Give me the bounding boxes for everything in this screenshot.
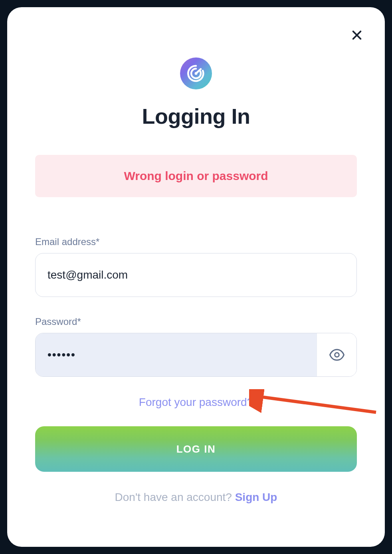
error-message: Wrong login or password	[43, 169, 349, 183]
password-input-wrap: ••••••	[35, 333, 357, 377]
svg-point-2	[335, 353, 339, 357]
password-masked-value: ••••••	[48, 348, 76, 361]
password-group: Password* ••••••	[35, 316, 357, 377]
signup-link[interactable]: Sign Up	[235, 491, 277, 503]
close-icon	[350, 29, 363, 42]
error-banner: Wrong login or password	[35, 155, 357, 197]
close-button[interactable]	[348, 26, 366, 44]
email-input-wrap	[35, 253, 357, 297]
email-input[interactable]	[36, 253, 356, 297]
signup-row: Don't have an account? Sign Up	[35, 491, 357, 504]
toggle-password-visibility-button[interactable]	[317, 333, 356, 376]
email-group: Email address*	[35, 236, 357, 297]
password-label: Password*	[35, 316, 357, 327]
signup-prefix: Don't have an account?	[115, 491, 235, 503]
login-button[interactable]: LOG IN	[35, 426, 357, 472]
eye-icon	[329, 347, 345, 363]
gauge-icon	[185, 63, 207, 84]
password-input[interactable]: ••••••	[36, 333, 317, 376]
page-title: Logging In	[142, 104, 250, 129]
login-modal: Logging In Wrong login or password Email…	[7, 7, 385, 547]
brand-logo	[180, 57, 212, 89]
email-label: Email address*	[35, 236, 357, 247]
forgot-password-link[interactable]: Forgot your password?	[35, 396, 357, 409]
login-form: Email address* Password* •••••• Forgot y…	[35, 236, 357, 504]
